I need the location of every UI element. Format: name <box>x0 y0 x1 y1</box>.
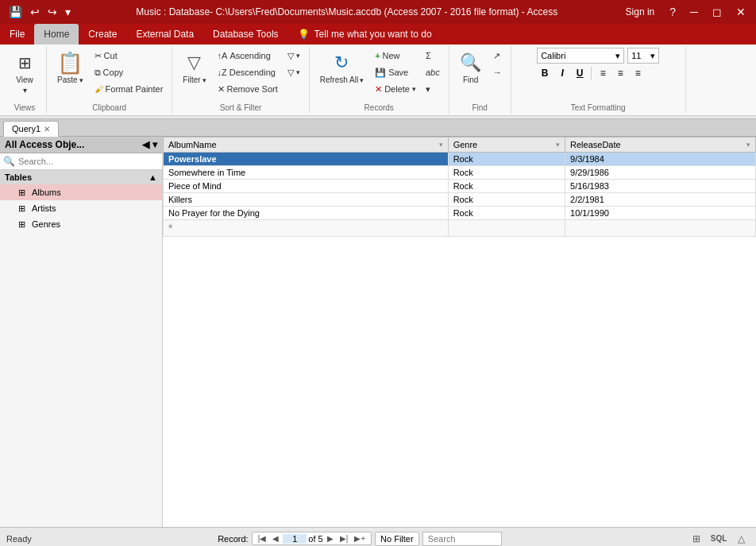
menu-create[interactable]: Create <box>79 24 126 45</box>
cell-genre: Rock <box>448 166 565 180</box>
underline-button[interactable]: U <box>572 65 588 81</box>
save-button[interactable]: 💾 <box>6 4 25 20</box>
sql-view-button[interactable]: SQL <box>710 530 727 547</box>
new-row-date-cell <box>565 220 756 237</box>
filter-button[interactable]: ▽ Filter ▾ <box>177 48 211 88</box>
query1-tab[interactable]: Query1 ✕ <box>3 121 59 137</box>
views-label: Views <box>14 103 36 112</box>
menu-external-data[interactable]: External Data <box>126 24 203 45</box>
copy-button[interactable]: ⧉ Copy <box>91 64 168 80</box>
cell-albumname: Killers <box>164 193 449 207</box>
clipboard-col: ✂ Cut ⧉ Copy 🖌 Format Painter <box>91 48 168 97</box>
next-record-button[interactable]: ▶ <box>325 533 336 544</box>
col-filter-albumname[interactable]: ▾ <box>439 141 443 149</box>
sign-in-button[interactable]: Sign in <box>621 5 660 19</box>
align-right-button[interactable]: ≡ <box>630 65 646 81</box>
title-bar-left: 💾 ↩ ↪ ▾ <box>6 4 73 20</box>
totals-button[interactable]: Σ <box>422 48 444 64</box>
records-extra-col: Σ abc ▾ <box>422 48 444 97</box>
menu-file[interactable]: File <box>0 24 34 45</box>
advanced-filter-button[interactable]: ▽ ▾ <box>284 64 304 80</box>
refresh-button[interactable]: ↻ Refresh All ▾ <box>314 48 369 88</box>
filter-dropdown-icon: ▾ <box>202 76 206 84</box>
filter-options-col: ▽ ▾ ▽ ▾ <box>284 48 304 80</box>
bold-button[interactable]: B <box>537 65 553 81</box>
save-record-button[interactable]: 💾 Save <box>371 64 420 80</box>
first-record-button[interactable]: |◀ <box>256 533 269 544</box>
section-collapse-icon: ▲ <box>148 172 157 182</box>
table-row[interactable]: Piece of Mind Rock 5/16/1983 <box>164 180 756 193</box>
align-left-button[interactable]: ≡ <box>595 65 611 81</box>
more-records-button[interactable]: ▾ <box>422 81 444 97</box>
tab-close-icon[interactable]: ✕ <box>44 125 50 134</box>
restore-button[interactable]: ◻ <box>708 4 726 20</box>
delete-record-button[interactable]: ✕ Delete ▾ <box>371 81 420 97</box>
italic-button[interactable]: I <box>554 65 570 81</box>
close-button[interactable]: ✕ <box>732 4 750 20</box>
redo-button[interactable]: ↪ <box>45 4 60 20</box>
query-area: AlbumName ▾ Genre ▾ Rele <box>163 137 756 527</box>
col-header-albumname[interactable]: AlbumName ▾ <box>164 137 449 153</box>
align-center-button[interactable]: ≡ <box>612 65 628 81</box>
filter-options-button[interactable]: ▽ ▾ <box>284 48 304 64</box>
col-filter-releasedate[interactable]: ▾ <box>746 141 750 149</box>
format-painter-button[interactable]: 🖌 Format Painter <box>91 81 168 97</box>
new-row-star: * <box>168 222 172 234</box>
col-header-genre[interactable]: Genre ▾ <box>448 137 565 153</box>
select-button[interactable]: ↗ <box>489 48 506 64</box>
ascending-button[interactable]: ↑A Ascending <box>214 48 282 64</box>
new-record-row[interactable]: * <box>164 220 756 237</box>
nav-search-input[interactable] <box>18 157 159 166</box>
find-button[interactable]: 🔍 Find <box>454 48 488 88</box>
nav-item-albums[interactable]: ⊞ Albums <box>0 184 162 200</box>
table-row[interactable]: Killers Rock 2/2/1981 <box>164 193 756 207</box>
search-input[interactable] <box>422 532 502 546</box>
help-button[interactable]: ? <box>665 4 680 20</box>
advanced-icon: ▽ <box>287 68 294 78</box>
text-formatting-label: Text Formatting <box>571 103 626 112</box>
nav-item-genres[interactable]: ⊞ Genres <box>0 216 162 232</box>
filter-area: ▽ Filter ▾ <box>177 48 211 88</box>
table-icon-genres: ⊞ <box>16 219 27 230</box>
prev-record-button[interactable]: ◀ <box>270 533 281 544</box>
table-row[interactable]: Powerslave Rock 9/3/1984 <box>164 153 756 166</box>
font-selector[interactable]: Calibri ▾ <box>537 48 624 64</box>
font-size-dropdown-icon: ▾ <box>650 51 655 61</box>
goto-button[interactable]: → <box>489 64 506 80</box>
view-button[interactable]: ⊞ View ▾ <box>8 48 41 99</box>
search-icon: 💡 <box>298 29 310 40</box>
last-record-button[interactable]: ▶| <box>338 533 351 544</box>
table-row[interactable]: No Prayer for the Dying Rock 10/1/1990 <box>164 207 756 220</box>
ribbon-group-text-formatting: Calibri ▾ 11 ▾ B I U ≡ <box>511 46 686 114</box>
nav-more-icon[interactable]: ▾ <box>152 139 157 150</box>
menu-home[interactable]: Home <box>34 24 79 45</box>
tables-section-header[interactable]: Tables ▲ <box>0 170 162 184</box>
new-record-nav-button[interactable]: ▶+ <box>352 533 368 544</box>
table-row[interactable]: Somewhere in Time Rock 9/29/1986 <box>164 166 756 180</box>
cut-button[interactable]: ✂ Cut <box>91 48 168 64</box>
minimize-button[interactable]: ─ <box>686 4 702 20</box>
menu-database-tools[interactable]: Database Tools <box>203 24 288 45</box>
undo-button[interactable]: ↩ <box>28 4 42 20</box>
nav-menu-icon[interactable]: ◀ <box>142 139 149 150</box>
paste-button[interactable]: 📋 Paste ▾ <box>52 48 89 88</box>
datasheet-view-button[interactable]: ⊞ <box>688 530 705 547</box>
quick-access-dropdown[interactable]: ▾ <box>63 4 73 20</box>
spelling-button[interactable]: abc <box>422 64 444 80</box>
col-header-releasedate[interactable]: ReleaseDate ▾ <box>565 137 756 153</box>
no-filter-button[interactable]: No Filter <box>375 532 419 546</box>
view-icon: ⊞ <box>14 52 36 74</box>
descending-button[interactable]: ↓Z Descending <box>214 64 282 80</box>
remove-sort-button[interactable]: ✕ Remove Sort <box>214 81 282 97</box>
filter-icon: ▽ <box>183 52 206 74</box>
col-filter-genre[interactable]: ▾ <box>556 141 560 149</box>
delete-dropdown-icon: ▾ <box>412 85 416 93</box>
nav-item-artists[interactable]: ⊞ Artists <box>0 200 162 216</box>
new-record-button[interactable]: + New <box>371 48 420 64</box>
cell-releasedate: 9/29/1986 <box>565 166 756 180</box>
record-nav-controls: |◀ ◀ of 5 ▶ ▶| ▶+ <box>252 532 372 545</box>
font-dropdown-icon: ▾ <box>615 51 620 61</box>
record-number-input[interactable] <box>283 534 307 544</box>
font-size-selector[interactable]: 11 ▾ <box>627 48 659 64</box>
design-view-button[interactable]: △ <box>732 530 750 547</box>
